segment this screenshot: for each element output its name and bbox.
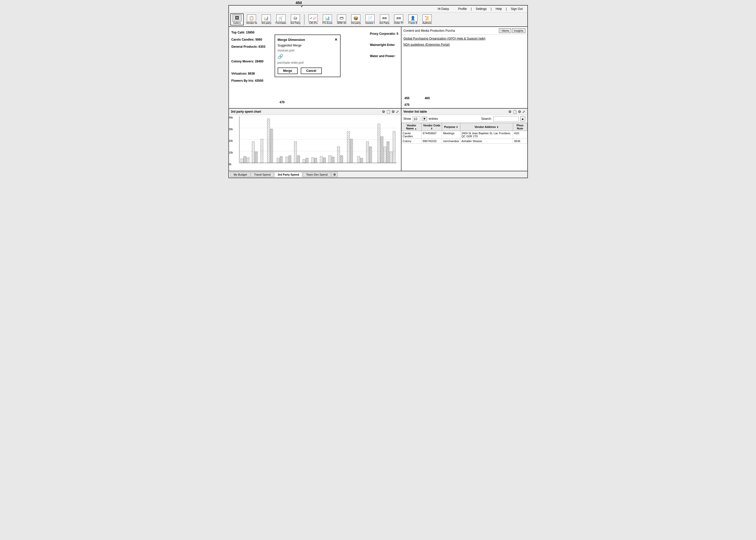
ref-465: 465 xyxy=(425,96,430,100)
table-tool-1[interactable]: ⚙ xyxy=(508,110,512,114)
table-section-header: Vendor list table ⚙ 📋 ⚙ ⤢ xyxy=(402,109,527,115)
svg-rect-40 xyxy=(337,147,340,163)
toolbar-cm[interactable]: ✓📈 CM (Pu xyxy=(307,14,320,25)
entries-dropdown[interactable]: ▼ xyxy=(422,116,427,121)
show-input[interactable] xyxy=(413,116,420,121)
toolbar-srm[interactable]: 🗃 SRM Sh xyxy=(335,14,348,25)
toolbar-invoice[interactable]: 📄 Invoice I xyxy=(363,14,377,25)
profile-button[interactable]: Profile xyxy=(456,7,469,11)
col-vendor-code[interactable]: Vendor Code ⇕ xyxy=(422,123,442,131)
bottom-chart-section: 3rd party spent chart ⚙ 📋 ⚙ ⤢ 40k 30k 20… xyxy=(229,109,402,171)
svg-rect-53 xyxy=(393,131,395,163)
bottom-table-section: Vendor list table ⚙ 📋 ⚙ ⤢ Show ▼ entries… xyxy=(402,109,527,171)
alerts-button[interactable]: ! Alerts xyxy=(499,28,511,33)
chart-tool-3[interactable]: ⚙ xyxy=(392,110,395,114)
table-tools: ⚙ 📋 ⚙ ⤢ xyxy=(508,110,525,114)
vendor-table: Vendor Name ▲ Vendor Code ⇕ Purpose ⇕ Ve… xyxy=(402,123,527,144)
svg-rect-29 xyxy=(289,156,291,163)
table-tool-2[interactable]: 📋 xyxy=(513,110,517,114)
invoice-label: Invoice I xyxy=(365,22,375,24)
tab-travel-spend[interactable]: Travel Spend xyxy=(251,172,274,177)
svg-rect-32 xyxy=(303,159,305,163)
col-phone[interactable]: Phon Num xyxy=(513,123,527,131)
header-bar: Hi Daisy Profile | Settings | Help | Sig… xyxy=(229,6,527,12)
ref-475-area: 475 xyxy=(402,101,527,108)
row2-phone: 0636 xyxy=(513,139,527,144)
row1-name: Carols Candles xyxy=(402,131,422,139)
svg-rect-38 xyxy=(329,156,331,163)
bar-chart: 40k 30k 20k 10k 0k xyxy=(229,115,401,171)
insights-button[interactable]: Insights xyxy=(512,28,525,33)
y-20k: 20k xyxy=(229,140,236,142)
chart-tool-4[interactable]: ⤢ xyxy=(396,110,399,114)
svg-rect-50 xyxy=(384,147,386,163)
chart-tool-1[interactable]: ⚙ xyxy=(382,110,385,114)
bottom-area: 3rd party spent chart ⚙ 📋 ⚙ ⤢ 40k 30k 20… xyxy=(229,108,527,171)
chart-tool-2[interactable]: 📋 xyxy=(386,110,391,114)
table-tool-4[interactable]: ⤢ xyxy=(522,110,525,114)
y-axis-labels: 40k 30k 20k 10k 0k xyxy=(229,116,236,166)
toolbar-authoriz[interactable]: 📜 Authoriz xyxy=(421,14,434,25)
cancel-button[interactable]: Cancel xyxy=(301,68,322,74)
toolbar-po[interactable]: 📊 PO Exce xyxy=(321,14,334,25)
toolbar-order[interactable]: ⊞⊞ Order Pr xyxy=(392,14,405,25)
toolbar-3rd-party-2[interactable]: 🗂 3rd Party xyxy=(289,14,302,25)
svg-rect-35 xyxy=(315,158,317,163)
settings-button[interactable]: Settings xyxy=(474,7,489,11)
ref-475: 475 xyxy=(405,103,410,107)
merge-suggested-label: Suggested Merge xyxy=(278,44,337,47)
3rd-party-2-icon: 🗂 xyxy=(291,15,300,22)
frank-label: Frank B xyxy=(408,22,417,24)
toolbar-3rd-party-4[interactable]: ⊞⊞ 3rd Party xyxy=(378,14,391,25)
gpo-link[interactable]: Global Purchasing Organization (GPO) Hel… xyxy=(404,37,525,40)
col-address[interactable]: Vendor Address ⇕ xyxy=(460,123,513,131)
svg-rect-49 xyxy=(381,137,383,163)
wainwright-label: Wainwright Enter xyxy=(370,43,398,47)
merge-button[interactable]: Merge xyxy=(278,68,298,74)
col-purpose[interactable]: Purpose ⇕ xyxy=(442,123,460,131)
chart-title: 3rd party spent chart xyxy=(231,110,261,113)
sort-code-icon: ⇕ xyxy=(431,127,433,130)
toolbar-frank[interactable]: 👤 Frank B xyxy=(406,14,420,25)
row2-name: Colony xyxy=(402,139,422,144)
ref-455: 455 xyxy=(405,96,410,100)
svg-rect-22 xyxy=(255,152,258,163)
search-label: Search: xyxy=(481,117,492,120)
toolbar-separator xyxy=(304,15,305,25)
merge-close-button[interactable]: ✕ xyxy=(334,38,337,42)
top-left-panel: Top Café: 15950 Carols Candles: 5060 Gen… xyxy=(229,27,402,108)
srm-label: SRM Sh xyxy=(337,22,346,24)
bar-chart-svg xyxy=(236,116,400,163)
arrow-450: ↙ xyxy=(301,4,304,8)
svg-rect-25 xyxy=(270,129,273,163)
vendor-flowers: Flowers By Iris: 43500 xyxy=(231,79,265,82)
3rd-party-3-icon: 📦 xyxy=(351,15,360,22)
vendor-list-label: Vendor lis xyxy=(246,22,257,24)
toolbar-3rd-party-3[interactable]: 📦 3rd party xyxy=(349,14,362,25)
chart-right-labels: Proxy Corporatio: 5 Wainwright Enter Wat… xyxy=(370,32,398,58)
search-input[interactable] xyxy=(493,116,519,122)
scroll-up-button[interactable]: ▲ xyxy=(520,116,525,122)
row2-code: 996745332 xyxy=(422,139,442,144)
toolbar-purchase[interactable]: 🛒 Purchase xyxy=(274,14,288,25)
help-button[interactable]: Help xyxy=(494,7,504,11)
vendor-carols: Carols Candles: 5060 xyxy=(231,38,265,41)
top-right-header: Content and Media Production Purcha ! Al… xyxy=(402,27,527,35)
toolbar-vendor-list[interactable]: 📋 Vendor lis xyxy=(245,14,259,25)
purchase-icon: 🛒 xyxy=(276,15,286,22)
toolbar-gallery[interactable]: 🖼 Gallery xyxy=(230,13,244,25)
signout-button[interactable]: Sign Out xyxy=(509,7,525,11)
tab-3rd-party-spend[interactable]: 3rd Party Spend xyxy=(274,172,302,177)
nda-link[interactable]: NDA guidelines (Enterprise Portal) xyxy=(404,43,525,47)
tab-team-dev-spend[interactable]: Team Dev Spend xyxy=(303,172,331,177)
y-0k: 0k xyxy=(229,163,236,166)
tab-my-budget[interactable]: My Budget xyxy=(230,172,250,177)
toolbar-3rd-party[interactable]: 📊 3rd party xyxy=(260,14,273,25)
svg-rect-18 xyxy=(241,159,243,163)
table-tool-3[interactable]: ⚙ xyxy=(518,110,521,114)
add-tab-button[interactable]: ⊕ xyxy=(331,172,338,177)
col-vendor-name[interactable]: Vendor Name ▲ xyxy=(402,123,422,131)
toolbar: 🖼 Gallery 📋 Vendor lis 📊 3rd party 🛒 Pur… xyxy=(229,12,527,27)
3rd-party-4-label: 3rd Party xyxy=(379,22,390,24)
svg-rect-36 xyxy=(320,156,322,163)
